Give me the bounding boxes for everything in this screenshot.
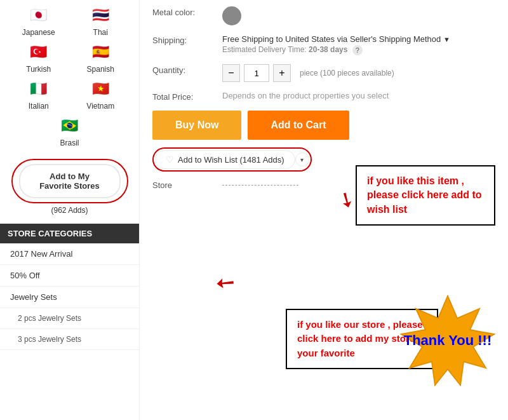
quantity-row: Quantity: − + piece (100 pieces availabl…: [152, 64, 495, 82]
metal-color-value: [222, 6, 495, 25]
lang-label-spanish: Spanish: [87, 65, 114, 74]
lang-label-vietnam: Vietnam: [86, 102, 114, 111]
category-item-new-arrival[interactable]: 2017 New Arrival: [0, 243, 139, 265]
add-to-wishlist-button[interactable]: ♡ Add to Wish List (1481 Adds): [155, 150, 295, 169]
red-arrow-store: ➘: [210, 266, 241, 299]
flag-japanese: 🇯🇵: [24, 5, 53, 25]
shipping-value: Free Shipping to United States via Selle…: [222, 34, 495, 55]
favorite-adds-count: (962 Adds): [51, 206, 88, 215]
category-item-50off[interactable]: 50% Off: [0, 265, 139, 287]
action-buttons-row: Buy Now Add to Cart: [152, 111, 495, 140]
lang-item-brasil[interactable]: 🇧🇷 Brasil: [55, 116, 84, 147]
lang-item-turkish[interactable]: 🇹🇷 Turkish: [10, 42, 67, 74]
category-item-3pcs[interactable]: 3 pcs Jewelry Sets: [0, 329, 139, 350]
wishlist-dropdown-icon[interactable]: ▾: [295, 152, 309, 166]
lang-item-thai[interactable]: 🇹🇭 Thai: [72, 5, 130, 37]
main-content: Metal color: Shipping: Free Shipping to …: [140, 0, 508, 420]
store-categories-header: STORE CATEGORIES: [0, 224, 139, 243]
lang-label-brasil: Brasil: [60, 139, 79, 147]
est-delivery-label: Estimated Delivery Time:: [222, 45, 307, 54]
quantity-minus-button[interactable]: −: [222, 64, 240, 82]
quantity-input[interactable]: [244, 64, 269, 82]
heart-icon: ♡: [166, 154, 174, 165]
wishlist-callout-text: if you like this item , please click her…: [367, 175, 482, 215]
est-delivery-value: 20-38 days: [309, 45, 347, 54]
quantity-available: piece (100 pieces available): [300, 69, 394, 78]
total-price-label: Total Price:: [152, 91, 222, 102]
thankyou-text: Thank You !!!: [404, 332, 492, 350]
lang-item-italian[interactable]: 🇮🇹 Italian: [10, 79, 67, 111]
lang-label-italian: Italian: [29, 102, 49, 111]
metal-color-row: Metal color:: [152, 6, 495, 25]
shipping-text: Free Shipping to United States via Selle…: [222, 34, 441, 44]
lang-label-japanese: Japanese: [22, 28, 55, 37]
quantity-plus-button[interactable]: +: [273, 64, 291, 82]
favorite-stores-section: Add to MyFavorite Stores (962 Adds): [0, 152, 139, 221]
wish-oval: ♡ Add to Wish List (1481 Adds) ▾: [152, 147, 312, 172]
lang-item-vietnam[interactable]: 🇻🇳 Vietnam: [72, 79, 130, 111]
oval-highlight: Add to MyFavorite Stores: [11, 159, 128, 203]
language-grid: 🇯🇵 Japanese 🇹🇭 Thai 🇹🇷 Turkish 🇪🇸 Spanis…: [0, 0, 139, 152]
lang-label-turkish: Turkish: [26, 65, 51, 74]
total-price-row: Total Price: Depends on the product prop…: [152, 91, 495, 102]
flag-italian: 🇮🇹: [24, 79, 53, 99]
wishlist-callout: if you like this item , please click her…: [356, 165, 495, 226]
metal-color-swatch[interactable]: [222, 6, 241, 25]
shipping-label: Shipping:: [152, 34, 222, 45]
add-favorite-stores-button[interactable]: Add to MyFavorite Stores: [19, 164, 121, 198]
flag-thai: 🇹🇭: [86, 5, 115, 25]
flag-spanish: 🇪🇸: [86, 42, 115, 62]
add-to-cart-button[interactable]: Add to Cart: [248, 111, 349, 140]
category-item-jewelry-sets[interactable]: Jewelry Sets: [0, 287, 139, 308]
quantity-value: − + piece (100 pieces available): [222, 64, 495, 82]
buy-now-button[interactable]: Buy Now: [152, 111, 241, 140]
flag-vietnam: 🇻🇳: [86, 79, 115, 99]
flag-turkish: 🇹🇷: [24, 42, 53, 62]
thankyou-burst: Thank You !!!: [400, 293, 495, 388]
quantity-label: Quantity:: [152, 64, 222, 75]
wishlist-label: Add to Wish List (1481 Adds): [178, 155, 284, 165]
flag-brasil: 🇧🇷: [55, 116, 84, 136]
help-icon[interactable]: ?: [352, 45, 363, 55]
lang-item-spanish[interactable]: 🇪🇸 Spanish: [72, 42, 130, 74]
total-price-value: Depends on the product properties you se…: [222, 91, 495, 100]
total-price-text: Depends on the product properties you se…: [222, 91, 389, 100]
sidebar: 🇯🇵 Japanese 🇹🇭 Thai 🇹🇷 Turkish 🇪🇸 Spanis…: [0, 0, 140, 420]
lang-item-japanese[interactable]: 🇯🇵 Japanese: [10, 5, 67, 37]
metal-color-label: Metal color:: [152, 6, 222, 17]
store-label: Store: [152, 180, 222, 190]
category-item-2pcs[interactable]: 2 pcs Jewelry Sets: [0, 308, 139, 329]
shipping-row: Shipping: Free Shipping to United States…: [152, 34, 495, 55]
lang-label-thai: Thai: [93, 28, 108, 37]
store-link[interactable]: [222, 185, 298, 186]
shipping-dropdown-icon[interactable]: ▼: [443, 36, 450, 43]
